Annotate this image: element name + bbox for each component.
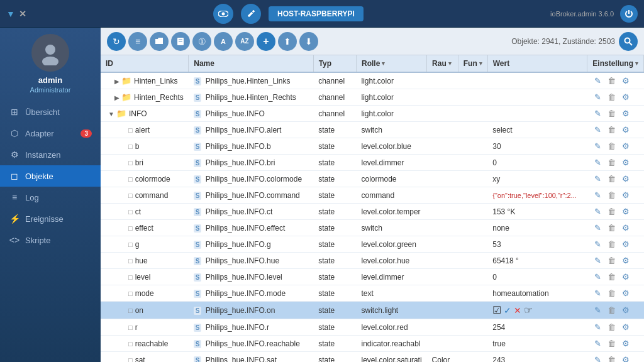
wrench-icon-btn[interactable] xyxy=(241,4,261,24)
az-button[interactable]: AZ xyxy=(235,32,254,51)
edit-btn[interactable]: ✎ xyxy=(592,173,603,184)
table-row[interactable]: □bri S Philips_hue.INFO.bri state level.… xyxy=(101,155,644,171)
settings-btn[interactable]: ⚙ xyxy=(620,108,631,119)
settings-btn[interactable]: ⚙ xyxy=(620,305,631,315)
settings-btn[interactable]: ⚙ xyxy=(620,338,631,349)
delete-btn[interactable]: 🗑 xyxy=(606,322,618,332)
edit-btn[interactable]: ✎ xyxy=(592,322,603,332)
edit-btn[interactable]: ✎ xyxy=(592,338,603,349)
table-row[interactable]: □reachable S Philips_hue.INFO.reachable … xyxy=(101,336,644,352)
table-row[interactable]: □level S Philips_hue.INFO.level state le… xyxy=(101,269,644,285)
settings-btn[interactable]: ⚙ xyxy=(620,92,631,102)
sidebar-item-log[interactable]: ≡ Log xyxy=(0,187,101,208)
edit-btn[interactable]: ✎ xyxy=(592,255,603,266)
table-row-on[interactable]: □on S Philips_hue.INFO.on state switch.l… xyxy=(101,302,644,319)
alpha-button[interactable]: A xyxy=(214,32,233,51)
table-row[interactable]: □colormode S Philips_hue.INFO.colormode … xyxy=(101,171,644,187)
settings-btn[interactable]: ⚙ xyxy=(620,157,631,168)
settings-btn[interactable]: ⚙ xyxy=(620,222,631,233)
delete-btn[interactable]: 🗑 xyxy=(606,206,618,217)
edit-btn[interactable]: ✎ xyxy=(592,157,603,168)
settings-btn[interactable]: ⚙ xyxy=(620,206,631,217)
delete-btn[interactable]: 🗑 xyxy=(606,305,618,315)
edit-btn[interactable]: ✎ xyxy=(592,239,603,250)
settings-btn[interactable]: ⚙ xyxy=(620,141,631,151)
expand-icon[interactable]: ▼ xyxy=(108,111,114,118)
top-bar-close-btn[interactable]: ✕ xyxy=(19,9,26,19)
delete-btn[interactable]: 🗑 xyxy=(606,173,618,184)
upload-button[interactable]: ⬆ xyxy=(278,32,297,51)
edit-btn[interactable]: ✎ xyxy=(592,206,603,217)
settings-btn[interactable]: ⚙ xyxy=(620,272,631,282)
table-row[interactable]: □hue S Philips_hue.INFO.hue state level.… xyxy=(101,253,644,269)
sidebar-item-adapter[interactable]: ⬡ Adapter 3 xyxy=(0,123,101,144)
confirm-edit-btn[interactable]: ✓ xyxy=(504,305,511,315)
edit-btn[interactable]: ✎ xyxy=(592,222,603,233)
settings-btn[interactable]: ⚙ xyxy=(620,124,631,135)
delete-btn[interactable]: 🗑 xyxy=(606,75,618,86)
sidebar-item-ubersicht[interactable]: ⊞ Übersicht xyxy=(0,101,101,123)
host-button[interactable]: HOST-RASPBERRYPI xyxy=(269,6,364,21)
power-icon-btn[interactable] xyxy=(620,5,638,23)
list-view-button[interactable]: ≡ xyxy=(128,32,147,51)
delete-btn[interactable]: 🗑 xyxy=(606,190,618,200)
search-button[interactable] xyxy=(619,32,638,51)
refresh-button[interactable]: ↻ xyxy=(107,32,126,51)
delete-btn[interactable]: 🗑 xyxy=(606,92,618,102)
folder-button[interactable] xyxy=(150,32,169,51)
number-button[interactable]: ① xyxy=(192,32,211,51)
expand-icon[interactable]: ▶ xyxy=(114,94,119,101)
delete-btn[interactable]: 🗑 xyxy=(606,288,618,299)
table-row[interactable]: ▶📁Hinten_Rechts S Philips_hue.Hinten_Rec… xyxy=(101,89,644,106)
edit-btn[interactable]: ✎ xyxy=(592,190,603,200)
settings-btn[interactable]: ⚙ xyxy=(620,239,631,250)
delete-btn[interactable]: 🗑 xyxy=(606,239,618,250)
settings-btn[interactable]: ⚙ xyxy=(620,75,631,86)
delete-btn[interactable]: 🗑 xyxy=(606,108,618,119)
sidebar-item-ereignisse[interactable]: ⚡ Ereignisse xyxy=(0,208,101,229)
table-row[interactable]: □sat S Philips_hue.INFO.sat state level.… xyxy=(101,352,644,363)
delete-btn[interactable]: 🗑 xyxy=(606,124,618,135)
sidebar-item-instanzen[interactable]: ⚙ Instanzen xyxy=(0,144,101,165)
cancel-edit-btn[interactable]: ✕ xyxy=(514,305,521,315)
edit-btn[interactable]: ✎ xyxy=(592,92,603,102)
table-row[interactable]: ▼📁INFO S Philips_hue.INFO channel light.… xyxy=(101,106,644,122)
table-row[interactable]: □effect S Philips_hue.INFO.effect state … xyxy=(101,220,644,236)
delete-btn[interactable]: 🗑 xyxy=(606,354,618,362)
table-row[interactable]: □command S Philips_hue.INFO.command stat… xyxy=(101,187,644,204)
settings-btn[interactable]: ⚙ xyxy=(620,322,631,332)
table-row[interactable]: □g S Philips_hue.INFO.g state level.colo… xyxy=(101,236,644,253)
delete-btn[interactable]: 🗑 xyxy=(606,272,618,282)
table-row[interactable]: ▶📁Hinten_Links S Philips_hue.Hinten_Link… xyxy=(101,72,644,89)
add-button[interactable]: + xyxy=(257,32,275,51)
edit-btn[interactable]: ✎ xyxy=(592,288,603,299)
delete-btn[interactable]: 🗑 xyxy=(606,222,618,233)
edit-btn[interactable]: ✎ xyxy=(592,305,603,315)
table-row[interactable]: □mode S Philips_hue.INFO.mode state text… xyxy=(101,285,644,302)
settings-btn[interactable]: ⚙ xyxy=(620,173,631,184)
delete-btn[interactable]: 🗑 xyxy=(606,141,618,151)
sidebar-item-skripte[interactable]: <> Skripte xyxy=(0,229,101,251)
table-row[interactable]: □ct S Philips_hue.INFO.ct state level.co… xyxy=(101,204,644,220)
settings-btn[interactable]: ⚙ xyxy=(620,288,631,299)
settings-btn[interactable]: ⚙ xyxy=(620,354,631,362)
edit-btn[interactable]: ✎ xyxy=(592,354,603,362)
edit-btn[interactable]: ✎ xyxy=(592,124,603,135)
edit-btn[interactable]: ✎ xyxy=(592,272,603,282)
download-button[interactable]: ⬇ xyxy=(299,32,318,51)
edit-btn[interactable]: ✎ xyxy=(592,75,603,86)
edit-btn[interactable]: ✎ xyxy=(592,108,603,119)
delete-btn[interactable]: 🗑 xyxy=(606,255,618,266)
file-button[interactable] xyxy=(171,32,190,51)
delete-btn[interactable]: 🗑 xyxy=(606,157,618,168)
table-row[interactable]: □b S Philips_hue.INFO.b state level.colo… xyxy=(101,138,644,155)
edit-btn[interactable]: ✎ xyxy=(592,141,603,151)
table-row[interactable]: □alert S Philips_hue.INFO.alert state sw… xyxy=(101,122,644,138)
eye-icon-btn[interactable] xyxy=(213,4,233,24)
sidebar-item-objekte[interactable]: ◻ Objekte xyxy=(0,165,101,187)
settings-btn[interactable]: ⚙ xyxy=(620,190,631,200)
settings-btn[interactable]: ⚙ xyxy=(620,255,631,266)
expand-icon[interactable]: ▶ xyxy=(114,78,119,85)
table-row[interactable]: □r S Philips_hue.INFO.r state level.colo… xyxy=(101,319,644,336)
delete-btn[interactable]: 🗑 xyxy=(606,338,618,349)
